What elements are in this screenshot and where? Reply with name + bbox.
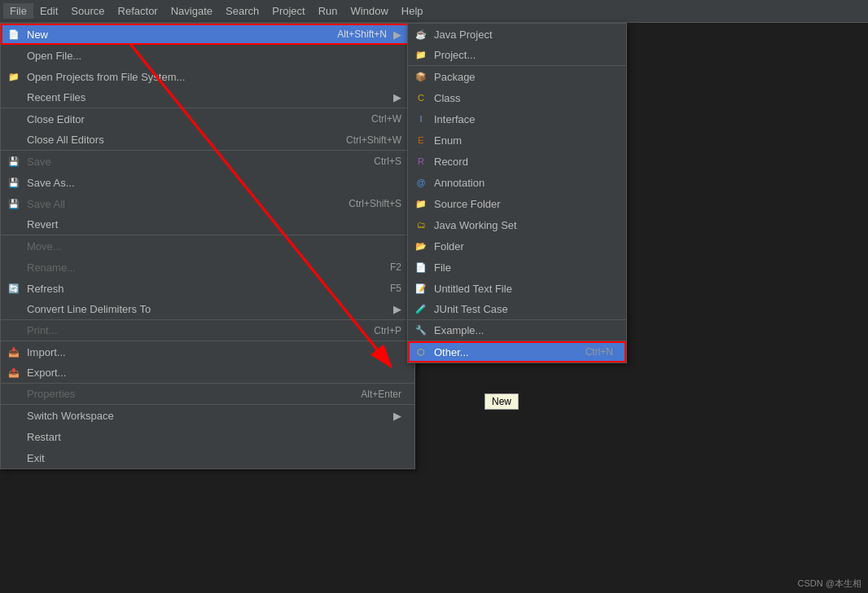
new-shortcut: Alt+Shift+N [337, 29, 387, 40]
annotation-icon: @ [414, 176, 427, 189]
menu-item-convert[interactable]: Convert Line Delimiters To ▶ [1, 299, 414, 320]
project-label: Project... [434, 49, 613, 61]
restart-label: Restart [27, 431, 401, 443]
menu-item-save-all[interactable]: 💾 Save All Ctrl+Shift+S [1, 193, 414, 214]
switch-workspace-arrow: ▶ [393, 410, 401, 422]
menu-item-move[interactable]: Move... [1, 235, 414, 257]
submenu-java-project[interactable]: ☕ Java Project [408, 24, 626, 45]
menubar-navigate[interactable]: Navigate [164, 3, 219, 19]
menubar-refactor[interactable]: Refactor [112, 3, 164, 19]
other-shortcut: Ctrl+N [585, 346, 613, 358]
untitled-text-icon: 📝 [414, 282, 427, 295]
new-submenu: ☕ Java Project 📁 Project... 📦 Package C … [407, 23, 627, 363]
menu-item-save-as[interactable]: 💾 Save As... [1, 172, 414, 193]
example-label: Example... [434, 324, 613, 336]
revert-label: Revert [27, 218, 401, 231]
submenu-class[interactable]: C Class [408, 87, 626, 108]
submenu-untitled-text[interactable]: 📝 Untitled Text File [408, 278, 626, 299]
example-icon: 🔧 [414, 324, 427, 337]
other-label: Other... [434, 346, 585, 358]
submenu-interface[interactable]: I Interface [408, 108, 626, 130]
menu-item-export[interactable]: 📤 Export... [1, 362, 414, 384]
menu-item-open-file[interactable]: Open File... [1, 45, 414, 66]
close-all-editors-label: Close All Editors [27, 134, 327, 146]
package-label: Package [434, 71, 613, 83]
enum-label: Enum [434, 134, 613, 147]
save-icon: 💾 [7, 155, 20, 168]
print-shortcut: Ctrl+P [374, 325, 401, 336]
menu-item-restart[interactable]: Restart [1, 426, 414, 447]
new-label: New [27, 29, 318, 41]
menubar-source[interactable]: Source [64, 3, 111, 19]
submenu-package[interactable]: 📦 Package [408, 66, 626, 87]
menu-item-new[interactable]: 📄 New Alt+Shift+N ▶ [1, 24, 414, 45]
menubar-window[interactable]: Window [344, 3, 395, 19]
save-all-label: Save All [27, 198, 329, 210]
menu-item-refresh[interactable]: 🔄 Refresh F5 [1, 278, 414, 299]
save-as-label: Save As... [27, 177, 401, 189]
interface-label: Interface [434, 113, 613, 125]
submenu-project[interactable]: 📁 Project... [408, 45, 626, 66]
menubar-edit[interactable]: Edit [33, 3, 64, 19]
java-project-icon: ☕ [414, 28, 427, 41]
annotation-label: Annotation [434, 177, 613, 189]
source-folder-label: Source Folder [434, 198, 613, 210]
record-label: Record [434, 156, 613, 168]
java-working-set-icon: 🗂 [414, 218, 427, 231]
menu-item-import[interactable]: 📥 Import... [1, 341, 414, 362]
save-as-icon: 💾 [7, 176, 20, 189]
submenu-java-working-set[interactable]: 🗂 Java Working Set [408, 214, 626, 235]
submenu-folder[interactable]: 📂 Folder [408, 235, 626, 257]
java-project-label: Java Project [434, 29, 613, 41]
menu-item-print[interactable]: Print... Ctrl+P [1, 320, 414, 341]
submenu-source-folder[interactable]: 📁 Source Folder [408, 193, 626, 214]
interface-icon: I [414, 112, 427, 125]
menu-item-open-projects[interactable]: 📁 Open Projects from File System... [1, 66, 414, 87]
menubar-run[interactable]: Run [312, 3, 344, 19]
save-label: Save [27, 156, 354, 168]
menu-item-properties[interactable]: Properties Alt+Enter [1, 384, 414, 405]
properties-label: Properties [27, 388, 341, 400]
menubar-search[interactable]: Search [219, 3, 265, 19]
other-icon: ⬡ [414, 345, 427, 358]
new-arrow: ▶ [393, 29, 401, 41]
junit-test-icon: 🧪 [414, 303, 427, 316]
recent-files-arrow: ▶ [393, 91, 401, 103]
submenu-other[interactable]: ⬡ Other... Ctrl+N [408, 341, 626, 362]
menubar-file[interactable]: File [3, 3, 33, 19]
class-icon: C [414, 91, 427, 104]
menu-item-revert[interactable]: Revert [1, 214, 414, 235]
refresh-label: Refresh [27, 283, 370, 295]
submenu-junit-test[interactable]: 🧪 JUnit Test Case [408, 299, 626, 320]
menubar-help[interactable]: Help [395, 3, 430, 19]
save-shortcut: Ctrl+S [374, 156, 401, 167]
submenu-annotation[interactable]: @ Annotation [408, 172, 626, 193]
menu-item-close-all-editors[interactable]: Close All Editors Ctrl+Shift+W [1, 130, 414, 151]
project-icon: 📁 [414, 49, 427, 62]
tooltip-new: New [484, 393, 519, 410]
exit-label: Exit [27, 452, 401, 464]
submenu-enum[interactable]: E Enum [408, 130, 626, 151]
submenu-record[interactable]: R Record [408, 151, 626, 172]
menu-item-exit[interactable]: Exit [1, 447, 414, 468]
submenu-file[interactable]: 📄 File [408, 257, 626, 278]
junit-test-label: JUnit Test Case [434, 303, 613, 315]
folder-label: Folder [434, 240, 613, 253]
menu-item-close-editor[interactable]: Close Editor Ctrl+W [1, 108, 414, 130]
menu-item-switch-workspace[interactable]: Switch Workspace ▶ [1, 405, 414, 426]
recent-files-label: Recent Files [27, 91, 387, 103]
import-label: Import... [27, 346, 401, 358]
print-label: Print... [27, 324, 354, 336]
convert-arrow: ▶ [393, 303, 401, 315]
menu-item-rename[interactable]: Rename... F2 [1, 257, 414, 278]
export-icon: 📤 [7, 367, 20, 380]
new-icon: 📄 [7, 28, 20, 41]
menu-item-recent-files[interactable]: Recent Files ▶ [1, 87, 414, 108]
file-icon: 📄 [414, 261, 427, 274]
submenu-example[interactable]: 🔧 Example... [408, 320, 626, 341]
close-editor-shortcut: Ctrl+W [371, 113, 401, 125]
menu-item-save[interactable]: 💾 Save Ctrl+S [1, 151, 414, 172]
file-label: File [434, 261, 613, 274]
class-label: Class [434, 92, 613, 104]
menubar-project[interactable]: Project [265, 3, 311, 19]
